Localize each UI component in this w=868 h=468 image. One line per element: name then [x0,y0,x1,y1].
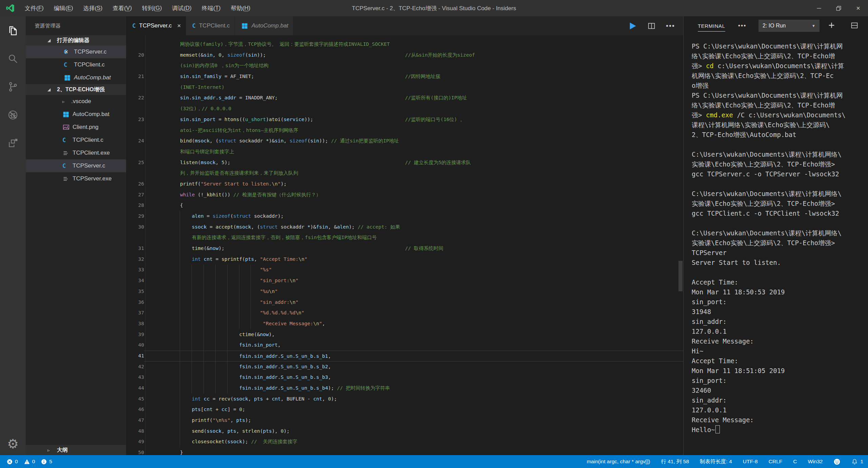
new-terminal-icon[interactable] [827,21,836,30]
extensions-icon[interactable] [0,129,26,157]
more-icon[interactable]: ••• [738,22,747,30]
code-line-wrap[interactable]: (sin)的内存清0 ，sin为一个地址结构 [126,60,683,71]
code-editor[interactable]: 网协议簇(family)，字节流，TCP协议号。 返回：要监听套接字的描述符或I… [126,35,683,455]
code-line-27[interactable]: 27 while (!_kbhit()) // 检测是否有按键（什么时候执行？） [126,190,683,200]
debug-icon[interactable] [0,101,26,129]
problems-info[interactable]: 5 [41,459,52,465]
code-line-45[interactable]: 45 int cc = recv(ssock, pts + cnt, BUFLE… [126,394,683,405]
source-control-icon[interactable] [0,73,26,101]
minimize-button[interactable] [809,0,829,16]
close-window-button[interactable]: × [848,0,868,16]
menu-item-T[interactable]: 终端(T) [197,0,226,16]
code-line-47[interactable]: 47 printf("\n%s", pts); [126,415,683,426]
code-line-wrap[interactable]: 网协议簇(family)，字节流，TCP协议号。 返回：要监听套接字的描述符或I… [126,39,683,50]
close-icon[interactable]: × [64,48,73,56]
tab-TCPClient.c[interactable]: CTCPClient.c [186,16,235,35]
open-editor-item-AutoComp.bat[interactable]: AutoComp.bat [26,71,126,84]
code-line-31[interactable]: 31 time(&now); // 取得系统时间 [126,243,683,254]
code-line-26[interactable]: 26 printf("Server Start to listen.\n"); [126,179,683,190]
run-icon[interactable] [628,21,637,31]
terminal-line: Mon Mar 11 18:51:05 2019 [692,366,868,376]
code-line-wrap[interactable]: 和端口号绑定到套接字上 [126,147,683,157]
open-editor-item-TCPServer.c[interactable]: ×CTCPServer.c [26,45,126,58]
eol-sequence[interactable]: CRLF [769,459,782,465]
code-line-23[interactable]: 23 sin.sin_port = htons((u_short)atoi(se… [126,114,683,125]
code-line-wrap[interactable]: 有新的连接请求，返回连接套接字，否则，被阻塞，fsin包含客户端IP地址和端口号 [126,232,683,243]
terminal-cursor [715,425,720,433]
split-editor-icon[interactable] [647,22,656,30]
code-line-wrap[interactable]: (32位)，// 0.0.0.0 [126,103,683,114]
tab-size[interactable]: 制表符长度: 4 [700,458,732,465]
more-actions-icon[interactable]: ••• [666,22,675,30]
code-line-41[interactable]: 41 fsin.sin_addr.S_un.S_un_b.s_b1, [126,351,683,362]
code-line-38[interactable]: 38 "Receive Message:\n", [126,318,683,329]
code-line-wrap[interactable]: (INET-Internet) [126,82,683,93]
code-line-50[interactable]: 50 } [126,447,683,455]
tree-item-TCPClient.exe[interactable]: TCPClient.exe [26,147,126,159]
menu-item-D[interactable]: 调试(D) [167,0,197,16]
code-line-24[interactable]: 24 bind(msock, (struct sockaddr *)&sin, … [126,136,683,147]
settings-gear-icon[interactable]: ⚙ [0,437,26,450]
code-line-wrap[interactable]: 列，并开始监听是否有连接请求到来，来了则放入队列 [126,168,683,179]
folder-section-header[interactable]: ◢ 2、TCP-ECHO增强 [26,84,126,95]
terminal-tab[interactable]: TERMINAL [698,20,725,32]
menu-item-S[interactable]: 选择(S) [78,0,107,16]
code-line-37[interactable]: 37 "%d.%d.%d.%d\n" [126,308,683,318]
tab-TCPServer.c[interactable]: CTCPServer.c× [126,16,186,35]
terminal-output[interactable]: PS C:\Users\wukan\Documents\课程\计算机网络\实验课… [684,35,868,455]
explorer-icon[interactable] [0,16,26,44]
code-line-30[interactable]: 30 ssock = accept(msock, (struct sockadd… [126,222,683,233]
menu-item-H[interactable]: 帮助(H) [226,0,256,16]
code-line-43[interactable]: 43 fsin.sin_addr.S_un.S_un_b.s_b3, [126,372,683,383]
menu-item-F[interactable]: 文件(F) [20,0,49,16]
tree-item-Client.png[interactable]: Client.png [26,121,126,134]
code-line-49[interactable]: 49 closesocket(ssock); // 关闭连接套接字 [126,436,683,447]
terminal-select-dropdown[interactable]: 2: IO Run ▼ [758,20,820,32]
code-line-42[interactable]: 42 fsin.sin_addr.S_un.S_un_b.s_b2, [126,362,683,372]
code-line-wrap[interactable]: atoi--把ascii转化为int，htons—主机序到网络序 [126,125,683,136]
current-symbol[interactable]: main(int argc, char * argv[]) [587,459,650,465]
tree-item-TCPClient.c[interactable]: CTCPClient.c [26,134,126,147]
language-mode[interactable]: C [793,459,797,465]
problems-warnings[interactable]: 0 [24,459,35,465]
tab-AutoComp.bat[interactable]: AutoComp.bat [235,16,294,35]
code-line-32[interactable]: 32 int cnt = sprintf(pts, "Accept Time:\… [126,254,683,265]
code-line-48[interactable]: 48 send(ssock, pts, strlen(pts), 0); [126,426,683,437]
code-line-36[interactable]: 36 "sin_addr:\n" [126,297,683,308]
notifications[interactable]: 1 [851,459,863,465]
platform[interactable]: Win32 [808,459,823,465]
line-number [126,60,144,71]
tree-item-TCPServer.c[interactable]: CTCPServer.c [26,159,126,172]
menu-item-V[interactable]: 查看(V) [107,0,137,16]
tree-item-TCPServer.exe[interactable]: TCPServer.exe [26,172,126,185]
tree-item-AutoComp.bat[interactable]: AutoComp.bat [26,108,126,121]
code-line-34[interactable]: 34 "sin_port:\n" [126,275,683,286]
code-line-40[interactable]: 40 fsin.sin_port, [126,340,683,351]
close-icon[interactable]: × [177,22,181,30]
code-line-35[interactable]: 35 "%u\n" [126,286,683,297]
encoding[interactable]: UTF-8 [743,459,758,465]
split-terminal-icon[interactable] [850,21,859,30]
code-line-22[interactable]: 22 sin.sin_addr.s_addr = INADDR_ANY; //监… [126,93,683,103]
restore-button[interactable] [829,0,848,16]
feedback[interactable] [833,458,841,465]
code-line-21[interactable]: 21 sin.sin_family = AF_INET; //因特网地址簇 [126,71,683,82]
open-editor-item-TCPClient.c[interactable]: CTCPClient.c [26,58,126,71]
menu-item-E[interactable]: 编辑(E) [49,0,78,16]
code-line-44[interactable]: 44 fsin.sin_addr.S_un.S_un_b.s_b4); // 把… [126,383,683,394]
menu-item-G[interactable]: 转到(G) [137,0,167,16]
editor-scrollbar[interactable] [678,261,683,291]
code-line-39[interactable]: 39 ctime(&now), [126,329,683,340]
code-line-25[interactable]: 25 listen(msock, 5); // 建立长度为5的连接请求队 [126,157,683,168]
search-icon[interactable] [0,44,26,73]
cursor-position[interactable]: 行 41, 列 58 [661,458,689,465]
code-line-33[interactable]: 33 "%s" [126,265,683,275]
code-line-28[interactable]: 28 { [126,200,683,211]
code-line-29[interactable]: 29 alen = sizeof(struct sockaddr); [126,211,683,222]
tree-item-.vscode[interactable]: ▹.vscode [26,95,126,108]
code-line-20[interactable]: 20 memset(&sin, 0, sizeof(sin)); //从&sin… [126,50,683,61]
problems-errors[interactable]: 0 [7,459,18,465]
code-line-46[interactable]: 46 pts[cnt + cc] = 0; [126,404,683,415]
outline-section-header[interactable]: ▹ 大纲 [26,445,126,455]
open-editors-section-header[interactable]: ◢ 打开的编辑器 [26,35,126,45]
